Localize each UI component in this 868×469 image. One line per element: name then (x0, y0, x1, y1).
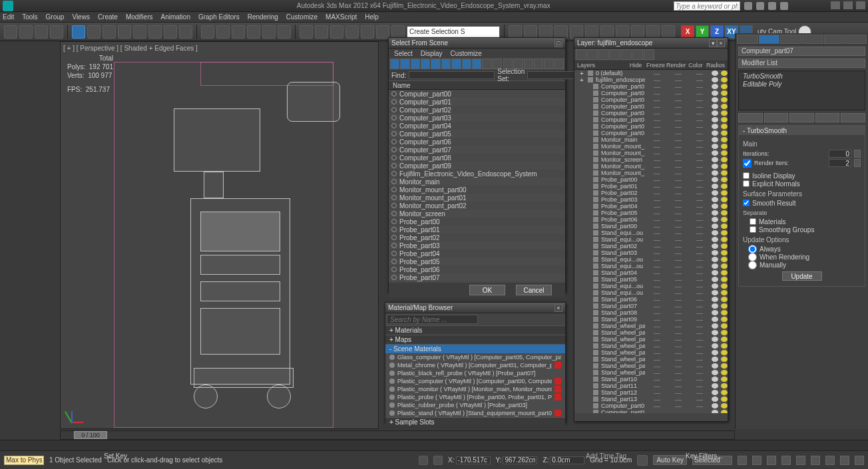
layer-object-row[interactable]: Stand_part12——— (574, 389, 728, 396)
radiosity-toggle[interactable] (721, 323, 728, 329)
render-toggle[interactable]: — (690, 409, 709, 414)
layer-object-row[interactable]: Stand_wheel_pa——— (574, 329, 728, 336)
tab-hierarchy-icon[interactable] (780, 35, 801, 44)
group-scene-materials[interactable]: - Scene Materials (385, 344, 565, 353)
find-input[interactable] (409, 71, 495, 79)
color-swatch[interactable] (712, 124, 718, 129)
isoline-check[interactable] (743, 172, 750, 179)
tool-d-button[interactable] (646, 25, 660, 39)
layer-high-icon[interactable] (621, 49, 632, 60)
update-manual-radio[interactable] (748, 261, 757, 269)
list-item[interactable]: Probe_part06 (389, 265, 565, 273)
hide-toggle[interactable]: — (648, 409, 666, 414)
radiosity-toggle[interactable] (721, 190, 728, 196)
coord-x-input[interactable] (456, 456, 491, 464)
refcoord-button[interactable] (179, 25, 192, 39)
layer-object-row[interactable]: Stand_part07——— (574, 303, 728, 309)
help-search-input[interactable] (674, 1, 740, 11)
radiosity-toggle[interactable] (721, 170, 728, 176)
list-item[interactable]: Probe_part05 (389, 257, 565, 265)
layer-object-row[interactable]: Stand_wheel_pa——— (574, 336, 728, 343)
radiosity-toggle[interactable] (721, 330, 728, 335)
list-item[interactable]: Probe_part07 (389, 273, 565, 281)
radiosity-toggle[interactable] (721, 263, 728, 269)
list-item[interactable]: Computer_part04 (389, 122, 565, 130)
layer-object-row[interactable]: Stand_part06——— (574, 296, 728, 303)
color-swatch[interactable] (712, 317, 718, 322)
radiosity-toggle[interactable] (721, 137, 728, 142)
radiosity-toggle[interactable] (721, 150, 728, 156)
radiosity-toggle[interactable] (721, 177, 728, 182)
prev-frame-icon[interactable] (752, 456, 761, 465)
color-swatch[interactable] (712, 290, 718, 295)
layer-add-icon[interactable] (598, 49, 609, 60)
filter-cam-icon[interactable] (421, 59, 430, 69)
radiosity-toggle[interactable] (721, 363, 728, 369)
link-icon[interactable] (756, 2, 764, 10)
list-item[interactable]: Computer_part06 (389, 138, 565, 146)
color-swatch[interactable] (712, 297, 718, 302)
iterations-input[interactable] (829, 150, 851, 158)
stack-turbosmooth[interactable]: TurboSmooth (740, 73, 863, 80)
list-item[interactable]: Monitor_main (389, 178, 565, 186)
menu-customize[interactable]: Customize (286, 13, 318, 21)
radiosity-toggle[interactable] (721, 283, 728, 289)
layer-object-row[interactable]: Stand_wheel_pa——— (574, 349, 728, 356)
filter-light-icon[interactable] (411, 59, 420, 69)
render-setup-button[interactable] (509, 25, 522, 39)
layer-object-row[interactable]: Stand_wheel_pa——— (574, 363, 728, 369)
dialog-titlebar[interactable]: Material/Map Browser × (385, 303, 565, 313)
schematic-button[interactable] (376, 25, 389, 39)
align-button[interactable] (330, 25, 343, 39)
radiosity-toggle[interactable] (721, 97, 728, 102)
menu-create[interactable]: Create (98, 13, 118, 21)
filter-space-icon[interactable] (441, 59, 451, 69)
expand-icon[interactable]: + (580, 77, 585, 84)
collapse-icon[interactable] (524, 59, 533, 69)
filter-a-icon[interactable] (482, 59, 491, 69)
list-item[interactable]: Probe_part00 (389, 218, 565, 226)
list-item[interactable]: Computer_part01 (389, 98, 565, 106)
material-row[interactable]: Metal_chrome ( VRayMtl ) [Computer_part0… (385, 361, 565, 369)
radiosity-toggle[interactable] (721, 71, 728, 76)
list-item[interactable]: Computer_part09 (389, 162, 565, 170)
menu-grapheditors[interactable]: Graph Editors (198, 13, 240, 21)
color-swatch[interactable] (712, 71, 718, 76)
material-list[interactable]: Glass_computer ( VRayMtl ) [Computer_par… (385, 353, 565, 417)
list-item[interactable]: Computer_part00 (389, 90, 565, 98)
curve-editor-button[interactable] (361, 25, 374, 39)
layer-object-row[interactable]: Stand_wheel_pa——— (574, 369, 728, 376)
color-swatch[interactable] (712, 230, 718, 235)
menu-tools[interactable]: Tools (22, 13, 37, 21)
filter-helper-icon[interactable] (431, 59, 440, 69)
radiosity-toggle[interactable] (721, 197, 728, 202)
radiosity-toggle[interactable] (721, 297, 728, 302)
list-item[interactable]: Computer_part02 (389, 106, 565, 114)
dlg-menu-select[interactable]: Select (394, 50, 413, 57)
radiosity-toggle[interactable] (721, 104, 728, 109)
col-radios[interactable]: Radios (706, 62, 725, 69)
coord-z-input[interactable] (550, 456, 584, 464)
menu-modifiers[interactable]: Modifiers (126, 13, 153, 21)
undo-button[interactable] (4, 25, 17, 39)
percent-snap-button[interactable] (262, 25, 276, 39)
layer-object-row[interactable]: Probe_part02——— (574, 190, 728, 196)
radiosity-toggle[interactable] (721, 303, 728, 309)
layer-object-row[interactable]: Computer_part0——— (574, 123, 728, 130)
transform-type-icon[interactable] (433, 456, 443, 465)
menu-rendering[interactable]: Rendering (248, 13, 278, 21)
filter-geo-icon[interactable] (390, 59, 399, 69)
autokey-button[interactable]: Auto Key (653, 455, 687, 465)
layer-object-row[interactable]: Stand_equi...ou——— (574, 283, 728, 289)
select-none-icon[interactable] (544, 59, 553, 69)
sep-materials-check[interactable] (750, 218, 756, 225)
list-item[interactable]: Monitor_screen (389, 210, 565, 218)
ok-button[interactable]: OK (469, 285, 505, 295)
time-slider[interactable]: 0 / 100 (60, 430, 735, 440)
dialog-max-icon[interactable]: □ (554, 39, 562, 47)
play-icon[interactable] (767, 456, 776, 465)
layer-object-row[interactable]: Computer_part0——— (574, 130, 728, 136)
layer-object-row[interactable]: Stand_part11——— (574, 383, 728, 389)
list-item[interactable]: Computer_part07 (389, 146, 565, 154)
tab-motion-icon[interactable] (802, 35, 823, 44)
